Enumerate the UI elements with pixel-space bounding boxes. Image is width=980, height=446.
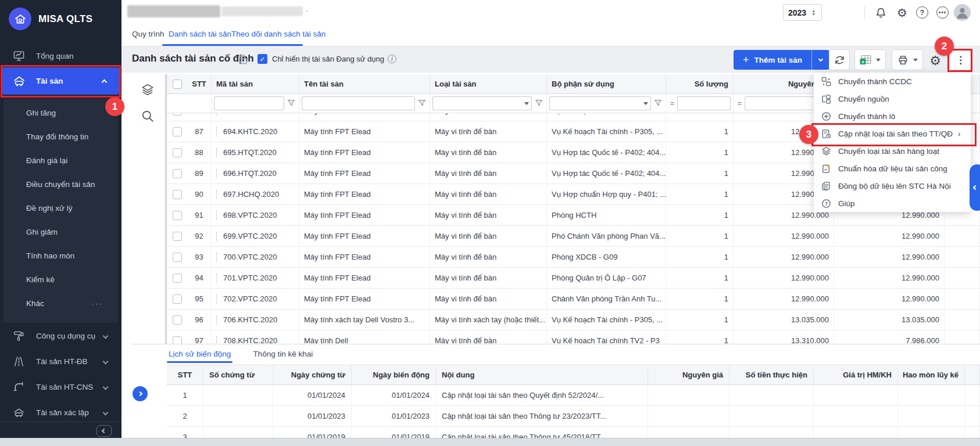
row-checkbox[interactable] (173, 113, 182, 116)
assets-submenu-item[interactable]: Kiểm kê (3, 268, 118, 292)
more-actions-button[interactable]: ⋮ (950, 49, 971, 70)
tab-thong-tin-ke-khai[interactable]: Thông tin kê khai (253, 350, 313, 359)
funnel-icon[interactable] (417, 98, 427, 109)
asset-row[interactable]: 95 702.VPTC.2020 Máy tính FPT Elead Máy … (167, 289, 980, 310)
col-ten-tai-san[interactable]: Tên tài sản (299, 74, 430, 93)
row-checkbox[interactable] (173, 253, 182, 262)
asset-row[interactable]: 93 700.VPTC.2020 Máy tính FPT Elead Máy … (167, 247, 980, 268)
tab-lich-su-bien-dong[interactable]: Lịch sử biến động (169, 350, 231, 359)
sidebar-item-tools[interactable]: Công cụ dụng cụ (0, 325, 121, 346)
show-in-use-checkbox-row[interactable]: ✓ Chỉ hiển thị tài sản Đang sử dụng i (257, 54, 396, 64)
asset-row[interactable]: 94 701.VPTC.2020 Máy tính FPT Elead Máy … (167, 268, 980, 289)
grid-settings-button[interactable]: ⚙ (928, 54, 942, 68)
add-asset-button[interactable]: + Thêm tài sản (734, 50, 811, 70)
menu-item-chuyen-thanh-lo[interactable]: Chuyển thành lô (814, 107, 971, 125)
col-bo-phan[interactable]: Bộ phận sử dụng (547, 74, 666, 93)
year-selector[interactable]: 2023 ▲▼ (783, 4, 822, 21)
add-asset-dropdown-button[interactable] (811, 50, 829, 70)
asset-row[interactable]: 97 708.KHTC.2020 Máy tính Dell Máy vi tí… (167, 330, 980, 344)
col-so-chung-tu[interactable]: Số chứng từ (203, 365, 273, 384)
row-checkbox[interactable] (173, 232, 182, 241)
assets-submenu-item[interactable]: Đánh giá lại (3, 149, 118, 172)
sidebar-item-overview[interactable]: Tổng quan (0, 45, 121, 66)
tab-quy-trinh[interactable]: Quy trình (132, 30, 164, 38)
year-spinner-icon[interactable]: ▲▼ (811, 9, 816, 16)
row-checkbox[interactable] (173, 127, 182, 136)
export-excel-button[interactable]: x (854, 49, 886, 70)
row-checkbox[interactable] (173, 169, 182, 178)
equals-operator[interactable]: = (670, 99, 674, 107)
menu-item-chuyen-nguon[interactable]: Chuyển nguồn (814, 90, 971, 107)
row-checkbox[interactable] (173, 336, 182, 344)
history-row[interactable]: 2 01/01/2023 01/01/2023 Cập nhật loại tà… (167, 406, 980, 427)
filter-input[interactable] (677, 96, 731, 110)
print-button[interactable] (892, 49, 923, 70)
row-checkbox[interactable] (173, 148, 182, 157)
row-checkbox[interactable] (173, 294, 182, 304)
col-loai-tai-san[interactable]: Loại tài sản (430, 74, 547, 93)
assets-submenu-item[interactable]: Tính hao mòn (3, 244, 118, 268)
expand-panel-button[interactable] (133, 386, 148, 401)
assets-submenu-item[interactable]: Thay đổi thông tin (3, 125, 118, 149)
col-stt[interactable]: STT (167, 365, 203, 384)
settings-button[interactable]: ⚙ (895, 6, 909, 20)
col-hao-mon-luy-ke[interactable]: Hao mòn lũy kế (898, 365, 965, 384)
row-checkbox[interactable] (173, 274, 182, 283)
checked-checkbox-icon[interactable]: ✓ (257, 54, 267, 64)
col-stt[interactable]: STT (187, 74, 212, 93)
notifications-button[interactable] (874, 6, 888, 20)
col-so-luong[interactable]: Số lượng (666, 74, 734, 93)
funnel-icon[interactable] (653, 98, 663, 109)
more-ellipsis[interactable]: ··· (92, 292, 103, 315)
more-options-button[interactable]: ••• (936, 6, 949, 19)
col-ngay-chung-tu[interactable]: Ngày chứng từ (273, 365, 352, 384)
assets-submenu-item[interactable]: Ghi tăng (3, 101, 118, 125)
assets-submenu-item[interactable]: Khác ··· (3, 292, 118, 315)
right-edge-panel-toggle[interactable] (970, 164, 980, 211)
menu-item-chuan-hoa-du-lieu[interactable]: Chuẩn hóa dữ liệu tài sản công (814, 160, 971, 177)
bottom-scroll-strip[interactable] (0, 438, 980, 446)
menu-item-chuyen-loai-hang-loat[interactable]: Chuyển loại tài sản hàng loạt (814, 142, 971, 160)
assets-submenu-item[interactable]: Đề nghị xử lý (3, 196, 118, 220)
assets-submenu-item[interactable]: Ghi giảm (3, 220, 118, 244)
col-ma-tai-san[interactable]: Mã tài sản (212, 74, 299, 93)
sidebar-item-ht-cns[interactable]: Tài sản HT-CNS (0, 376, 121, 397)
filter-select[interactable] (549, 96, 651, 110)
tab-danh-sach-tai-san[interactable]: Danh sách tài sảnTheo dõi danh sách tài … (169, 30, 326, 38)
menu-item-chuyen-thanh-ccdc[interactable]: Chuyển thành CCDC (814, 73, 971, 90)
row-checkbox[interactable] (173, 315, 182, 325)
menu-item-dong-bo-stc[interactable]: Đồng bộ dữ liệu lên STC Hà Nội (814, 177, 971, 195)
sidebar-item-xac-lap[interactable]: Tài sản xác lập (0, 402, 121, 423)
user-avatar[interactable] (954, 4, 971, 21)
col-gia-tri-hm-kh[interactable]: Giá trị HM/KH (814, 365, 898, 384)
app-logo[interactable] (9, 8, 31, 30)
col-noi-dung[interactable]: Nội dung (436, 365, 648, 384)
search-button[interactable] (141, 109, 155, 123)
filter-input[interactable] (302, 96, 415, 110)
asset-row[interactable]: 96 706.KHTC.2020 Máy tính xách tay Dell … (167, 310, 980, 330)
equals-operator[interactable]: = (738, 99, 742, 107)
filter-input[interactable] (214, 96, 284, 110)
funnel-icon[interactable] (534, 98, 544, 109)
help-button[interactable]: ? (916, 6, 928, 19)
select-all-checkbox[interactable] (173, 80, 182, 89)
sidebar-collapse-button[interactable] (96, 425, 112, 437)
col-ngay-bien-dong[interactable]: Ngày biến động (352, 365, 436, 384)
col-nguyen-gia[interactable]: Nguyên giá (648, 365, 729, 384)
person-icon (954, 4, 971, 21)
sidebar-item-ht-db[interactable]: Tài sản HT-ĐB (0, 351, 121, 372)
asset-row[interactable]: 92 699.VPTC.2020 Máy tính FPT Elead Máy … (167, 226, 980, 247)
group-layers-button[interactable] (141, 83, 155, 97)
history-row[interactable]: 1 01/01/2024 01/01/2024 Cập nhật loại tà… (167, 385, 980, 406)
assets-submenu-item[interactable]: Điều chuyển tài sản (3, 172, 118, 196)
menu-item-giup[interactable]: ? Giúp (814, 195, 971, 212)
info-icon[interactable]: i (388, 55, 396, 63)
row-checkbox[interactable] (173, 190, 182, 199)
menu-item-cap-nhat-loai-tai-san[interactable]: Cập nhật loại tài sản theo TT/QĐ › (814, 125, 971, 142)
filter-select[interactable] (432, 96, 532, 110)
refresh-button[interactable] (829, 49, 850, 70)
col-so-tien-thuc-hien[interactable]: Số tiền thực hiện (729, 365, 814, 384)
row-checkbox[interactable] (173, 211, 182, 220)
funnel-icon[interactable] (286, 98, 296, 109)
sidebar-item-assets[interactable]: Tài sản (2, 67, 119, 95)
